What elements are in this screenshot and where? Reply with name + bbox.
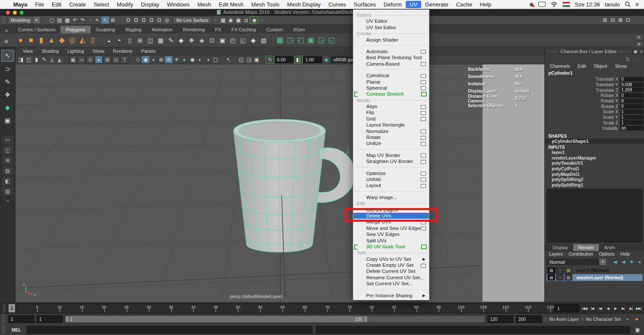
shadows-icon[interactable]: ● — [180, 56, 188, 63]
launch-application-icon[interactable]: ◉ — [250, 16, 258, 24]
layer-renderable-icon[interactable]: ○ — [556, 274, 564, 281]
append-polygon-icon[interactable]: ✎ — [166, 35, 176, 46]
viewport-canvas[interactable]: Backfaces:N/ASmoothness:N/AInstance:NoDi… — [15, 64, 544, 302]
macmenu-deform[interactable]: Deform — [380, 1, 406, 8]
quad-draw-icon[interactable]: ◆ — [248, 35, 258, 46]
snap-projected-center-icon[interactable]: Ω — [148, 17, 155, 24]
range-start-handle[interactable] — [65, 316, 69, 323]
animation-preferences-icon[interactable]: ◔ — [623, 316, 631, 323]
menu-item-align[interactable]: Align — [353, 103, 429, 109]
menu-item-cylindrical[interactable]: Cylindrical — [353, 72, 429, 78]
spherical-mapping-icon[interactable]: ◰ — [295, 35, 306, 46]
menu-item-copy-uvs-to-uv-set[interactable]: Copy UVs to UV Set▶ — [353, 256, 429, 262]
single-pane-layout-button[interactable]: ▭ — [2, 136, 13, 144]
render-settings-icon[interactable]: ◘ — [242, 17, 250, 24]
channel-value-field[interactable]: 0 — [620, 93, 644, 98]
step-back-frame-button[interactable]: |◀ — [589, 305, 596, 312]
option-box-icon[interactable] — [421, 184, 426, 188]
option-box-icon[interactable] — [421, 117, 426, 121]
draw-icon[interactable]: ✎ — [40, 56, 48, 63]
input-node-layer1[interactable]: layer1 — [545, 150, 644, 155]
shaded-display-icon[interactable]: ● — [95, 56, 103, 63]
status-line-grip[interactable] — [2, 17, 5, 24]
mask-icon[interactable]: ◭ — [56, 56, 64, 63]
menu-item-grid[interactable]: Grid — [353, 116, 429, 122]
macmenu-create[interactable]: Create — [65, 1, 90, 8]
fog-icon[interactable]: ◐ — [196, 56, 204, 63]
snap-curve-icon[interactable]: Ω — [132, 17, 140, 24]
step-forward-frame-button[interactable]: ▶| — [627, 305, 635, 312]
exposure-icon[interactable]: ↻ — [266, 56, 274, 63]
extract-icon[interactable]: ▯ — [125, 35, 135, 46]
menu-item-straighten-uv-border[interactable]: Straighten UV Border — [353, 158, 429, 164]
poly-cube-icon[interactable]: ■ — [26, 35, 36, 46]
separate-icon[interactable]: ◓ — [114, 35, 125, 46]
offset-edge-loop-icon[interactable]: ◰ — [228, 35, 238, 46]
menu-item-rotate[interactable]: Rotate — [353, 134, 429, 140]
macmenu-surfaces[interactable]: Surfaces — [350, 1, 380, 8]
menu-item-warp-image[interactable]: Warp Image... — [353, 194, 429, 200]
shelf-menu-icon[interactable]: ≡ — [5, 28, 8, 33]
macmenu-generate[interactable]: Generate — [421, 1, 452, 8]
option-box-icon[interactable] — [421, 105, 426, 109]
range-end-handle[interactable] — [364, 316, 368, 323]
select-hierarchy-icon[interactable]: ↖ — [94, 17, 101, 24]
channel-box-menu-object[interactable]: Object — [593, 63, 607, 69]
speed-control-icon[interactable]: ◯ — [633, 57, 638, 61]
menu-item-flip[interactable]: Flip — [353, 109, 429, 115]
menu-item-spherical[interactable]: Spherical — [353, 85, 429, 91]
layer-type-icon[interactable]: ▤ — [565, 267, 572, 274]
input-node-polysplitring1[interactable]: polySplitRing1 — [545, 182, 644, 188]
tool-settings-toggle-icon[interactable]: ⊠ — [617, 17, 624, 24]
shelf-tab-sculpting[interactable]: Sculpting — [91, 26, 120, 33]
channel-value-field[interactable]: on — [620, 126, 644, 130]
layer-renderable-icon[interactable]: ○ — [556, 267, 564, 274]
select-component-icon[interactable]: ⊞ — [109, 17, 117, 24]
menu-item-layout-rectangle[interactable]: Layout Rectangle — [353, 122, 429, 128]
menu-item-assign-shader[interactable]: Assign Shader — [353, 37, 429, 43]
poly-cylinder-icon[interactable]: ▮ — [36, 35, 46, 46]
macmenu-edit[interactable]: Edit — [48, 1, 65, 8]
option-box-icon[interactable] — [421, 50, 426, 54]
color-management-icon[interactable]: ◉ — [322, 56, 330, 63]
default-lighting-icon[interactable]: ✳ — [173, 56, 180, 63]
channel-value-field[interactable]: 1 — [620, 120, 644, 125]
minimize-window-button[interactable] — [13, 11, 17, 15]
viewport-menu-renderer[interactable]: Renderer — [109, 48, 137, 54]
go-to-end-button[interactable]: ▶▶| — [635, 305, 642, 312]
mirror-icon[interactable]: ▨ — [258, 35, 269, 46]
menu-item-camera-based[interactable]: Camera-Based — [353, 61, 429, 67]
isolate-select-icon[interactable]: ◉ — [188, 56, 196, 63]
selection-highlight-icon[interactable]: ↖ — [225, 56, 232, 63]
four-pane-layout-button[interactable]: ⊞ — [2, 156, 13, 165]
automatic-mapping-icon[interactable]: ▣ — [306, 35, 316, 46]
menu-item-unitize[interactable]: Unitize — [353, 140, 429, 146]
menu-item-3d-uv-grab-tool[interactable]: 3D UV Grab Tool — [353, 244, 429, 250]
menu-item-uv-set-editor[interactable]: UV Set Editor — [353, 24, 429, 30]
character-set-selector[interactable]: No Character Set — [586, 317, 621, 322]
image-plane-icon[interactable]: ▣ — [253, 56, 261, 63]
option-box-icon[interactable] — [421, 178, 426, 181]
three-pane-layout-button[interactable]: ▤ — [2, 166, 13, 175]
anim-layer-selector[interactable]: No Anim Layer — [549, 317, 579, 322]
gamma-field[interactable]: 1.00 — [303, 56, 322, 63]
chevron-down-icon[interactable]: ▽ — [581, 317, 584, 321]
bevel-icon[interactable]: ◆ — [176, 35, 186, 46]
subdivide-icon[interactable]: ▦ — [155, 35, 166, 46]
go-to-start-button[interactable]: |◀◀ — [581, 305, 588, 312]
group-collapse-arrow[interactable]: › — [89, 17, 91, 23]
film-gate-icon[interactable]: ▭ — [78, 56, 85, 63]
range-track[interactable]: 1 120 — [65, 315, 485, 323]
step-back-key-button[interactable]: |◀ — [596, 305, 604, 312]
animation-end-field[interactable]: 200 — [516, 315, 542, 323]
command-line-grip[interactable] — [2, 326, 5, 334]
channel-box-menu-channels[interactable]: Channels — [550, 63, 570, 69]
ipr-render-icon[interactable]: ▣ — [234, 17, 242, 24]
collapse-toolbox-button[interactable]: – — [4, 197, 12, 204]
range-slider-grip[interactable] — [2, 315, 5, 323]
manipulator-axis-icon[interactable] — [625, 56, 631, 62]
poly-sphere-icon[interactable]: ● — [15, 35, 26, 46]
time-slider-grip[interactable] — [3, 304, 6, 313]
menubar-app-icon[interactable]: ◉ — [529, 1, 533, 7]
split-layout-button[interactable]: ▥ — [2, 187, 13, 196]
